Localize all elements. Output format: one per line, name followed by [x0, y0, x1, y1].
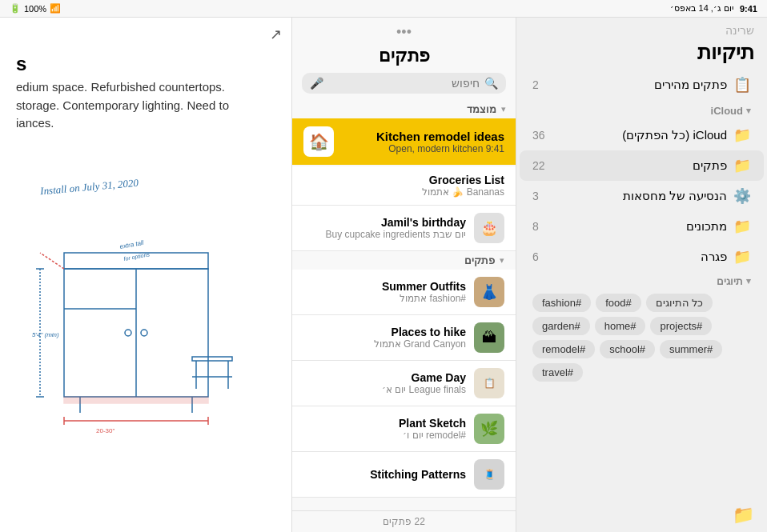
left-line-1: edium space. Refurbished countertops. — [16, 78, 275, 97]
expand-button[interactable]: ↗ — [270, 26, 282, 43]
icloud-chevron-icon[interactable]: ▾ — [746, 106, 751, 116]
tag-summer[interactable]: #summer — [660, 340, 722, 358]
svg-rect-16 — [64, 397, 208, 403]
status-bar: 🔋 100% 📶 יום ג׳, 14 באפס׳ 9:41 — [0, 0, 767, 18]
svg-text:20-30": 20-30" — [96, 427, 114, 434]
note-item-birthday-thumb: 🎂 — [474, 213, 504, 243]
middle-panel-title: פתקים — [292, 44, 516, 73]
sketch-handwriting: Install on July 31, 2020 — [40, 176, 139, 198]
note-item-groceries-title: Groceries List — [303, 174, 504, 186]
icloud-section-header: ▾ iCloud — [520, 100, 764, 120]
vacation-folder[interactable]: 📁 פגרה 6 — [520, 242, 764, 272]
more-options-button[interactable]: ••• — [396, 24, 412, 41]
status-date: יום ג׳, 14 באפס׳ — [670, 3, 733, 14]
right-panel: שרינה תיקיות 📋 פתקים מהירים 2 ▾ iCloud 📁… — [516, 18, 767, 532]
note-item-hike[interactable]: 🏔 Places to hike Grand Canyon אתמול — [292, 315, 516, 361]
left-title: s — [16, 50, 275, 78]
note-item-stitching-title: Stitching Patterns — [303, 468, 466, 481]
note-item-plant-thumb: 🌿 — [474, 414, 504, 444]
tag-food[interactable]: #food — [596, 294, 641, 312]
note-item-gameday[interactable]: 📋 Game Day League finals יום א׳ — [292, 361, 516, 406]
icloud-all-folder-count: 36 — [532, 129, 545, 142]
vacation-folder-icon: 📁 — [733, 248, 751, 266]
quick-notes-count: 2 — [532, 78, 539, 91]
pinned-note-content: Kitchen remodel ideas Open, modern kitch… — [342, 130, 504, 154]
sketch-area: Install on July 31, 2020 — [16, 165, 275, 445]
notes-folder-name: פתקים — [552, 158, 727, 173]
pinned-section-header: ▾ מוצמד — [292, 100, 516, 118]
note-item-groceries-sub: Bananas 🍌 אתמול — [303, 186, 504, 198]
folders-section-chevron[interactable]: ▾ — [500, 255, 504, 266]
note-item-birthday[interactable]: 🎂 Jamil's birthday יום שבת Buy cupcake i… — [292, 206, 516, 251]
tag-home[interactable]: #home — [595, 317, 646, 335]
folder-list: 📋 פתקים מהירים 2 ▾ iCloud 📁 iCloud (כל ה… — [516, 70, 767, 498]
pinned-section-label: מוצמד — [467, 103, 496, 115]
note-item-stitching-thumb: 🧵 — [474, 459, 504, 490]
note-item-hike-content: Places to hike Grand Canyon אתמול — [303, 326, 466, 350]
tags-section-header: ▾ תיוגים — [532, 275, 751, 287]
quick-notes-label: פתקים מהירים — [545, 78, 727, 92]
note-item-plant-content: Plant Sketch #remodel יום ו׳ — [303, 417, 466, 441]
search-icon[interactable]: 🔍 — [484, 77, 498, 90]
quick-notes-icon: 📋 — [733, 76, 751, 94]
icloud-all-folder[interactable]: 📁 iCloud (כל הפתקים) 36 — [520, 120, 764, 150]
note-item-hike-thumb: 🏔 — [474, 322, 504, 353]
note-item-birthday-sub: יום שבת Buy cupcake ingredients — [303, 229, 466, 240]
tags-section-label: תיוגים — [717, 275, 743, 287]
tags-chevron-icon[interactable]: ▾ — [746, 276, 751, 286]
middle-header: ••• — [292, 18, 516, 44]
svg-text:extra tall: extra tall — [119, 238, 145, 250]
tag-travel[interactable]: #travel — [532, 363, 583, 382]
note-item-birthday-content: Jamil's birthday יום שבת Buy cupcake ing… — [303, 216, 466, 240]
icloud-all-folder-name: iCloud (כל הפתקים) — [552, 128, 727, 142]
wifi-icon: 📶 — [50, 3, 61, 14]
battery-level: 100% — [24, 4, 46, 14]
recipes-folder[interactable]: 📁 מתכונים 8 — [520, 211, 764, 242]
note-item-plant-title: Plant Sketch — [303, 417, 466, 430]
main-content: ↗ s edium space. Refurbished countertops… — [0, 18, 767, 532]
notes-folder-count: 22 — [532, 159, 545, 172]
tag-all[interactable]: כל התיוגים — [646, 294, 713, 312]
microphone-icon[interactable]: 🎤 — [310, 77, 323, 90]
note-item-summer-outfits[interactable]: 👗 Summer Outfits #fashion אתמול — [292, 270, 516, 315]
note-item-summer-sub: #fashion אתמול — [303, 293, 466, 304]
search-bar[interactable]: 🎤 🔍 — [302, 73, 506, 94]
recipes-folder-count: 8 — [532, 220, 539, 233]
battery-icon: 🔋 — [10, 3, 21, 14]
pinned-note-item[interactable]: 🏠 Kitchen remodel ideas Open, modern kit… — [292, 118, 516, 165]
tag-fashion[interactable]: #fashion — [532, 294, 591, 312]
pinned-chevron-icon[interactable]: ▾ — [501, 104, 506, 114]
left-panel: ↗ s edium space. Refurbished countertops… — [0, 18, 292, 532]
left-line-3: iances. — [16, 114, 275, 133]
tag-garden[interactable]: #garden — [532, 317, 590, 335]
tags-section: ▾ תיוגים כל התיוגים #food #fashion #proj… — [520, 272, 764, 388]
note-item-groceries[interactable]: Groceries List Bananas 🍌 אתמול — [292, 166, 516, 206]
note-item-birthday-title: Jamil's birthday — [303, 216, 466, 229]
vacation-folder-name: פגרה — [545, 250, 727, 264]
note-item-hike-title: Places to hike — [303, 326, 466, 338]
tag-school[interactable]: #school — [600, 340, 655, 358]
right-panel-header: שרינה — [516, 18, 767, 40]
travel-folder[interactable]: ⚙️ הנסיעה של מחסאות 3 — [520, 181, 764, 211]
sketch-svg: 5'4" (min) 20-30" extra tall for options — [16, 205, 256, 445]
recipes-folder-name: מתכונים — [545, 219, 727, 234]
tag-projects[interactable]: #projects — [650, 317, 712, 335]
note-item-gameday-thumb: 📋 — [474, 368, 504, 398]
quick-notes-item[interactable]: 📋 פתקים מהירים 2 — [520, 70, 764, 100]
note-item-plant[interactable]: 🌿 Plant Sketch #remodel יום ו׳ — [292, 406, 516, 452]
new-folder-button[interactable]: 📁 — [733, 505, 754, 526]
left-line-2: storage. Contemporary lighting. Need to — [16, 97, 275, 115]
search-input[interactable] — [328, 77, 480, 90]
note-item-hike-sub: Grand Canyon אתמול — [303, 338, 466, 350]
status-right: יום ג׳, 14 באפס׳ 9:41 — [670, 3, 757, 14]
notes-folder-icon: 📁 — [733, 157, 751, 174]
icloud-all-folder-icon: 📁 — [733, 126, 751, 144]
notes-folder[interactable]: 📁 פתקים 22 — [520, 150, 764, 181]
tag-remodel[interactable]: #remodel — [532, 340, 595, 358]
note-item-stitching[interactable]: 🧵 Stitching Patterns — [292, 452, 516, 498]
pinned-note-subtitle: Open, modern kitchen 9:41 — [342, 143, 504, 154]
pinned-note-title: Kitchen remodel ideas — [342, 130, 504, 143]
right-footer: 📁 — [516, 498, 767, 532]
status-time: 9:41 — [740, 4, 757, 14]
folders-section-label: פתקים — [464, 254, 495, 266]
